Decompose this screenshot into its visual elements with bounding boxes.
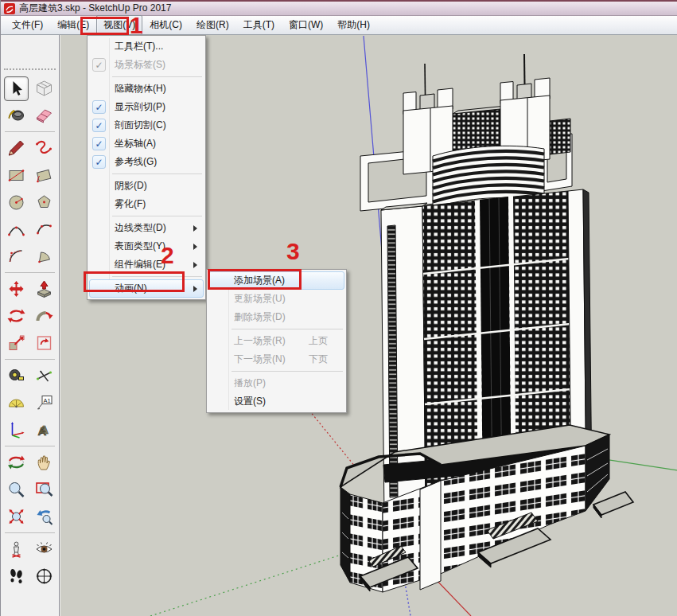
menu-item-guides[interactable]: ✓参考线(G) bbox=[89, 153, 204, 171]
toolbar-separator bbox=[5, 359, 55, 360]
make-component-icon bbox=[34, 79, 54, 98]
push-pull-tool-button[interactable] bbox=[32, 277, 56, 302]
menu-item-next-scene[interactable]: 下一场景(N)下页 bbox=[208, 350, 344, 368]
menu-item-section-planes[interactable]: ✓显示剖切(P) bbox=[89, 98, 204, 116]
menu-item-settings[interactable]: 设置(S) bbox=[208, 392, 344, 411]
menu-item-update-scene[interactable]: 更新场景(U) bbox=[208, 290, 344, 308]
dimension-tool-button[interactable] bbox=[32, 364, 56, 388]
menu-item-play[interactable]: 播放(P) bbox=[208, 374, 344, 392]
svg-text:A: A bbox=[37, 424, 46, 438]
pan-tool-button[interactable] bbox=[32, 450, 56, 475]
animation-submenu: 添加场景(A)更新场景(U)删除场景(D)上一场景(R)上页下一场景(N)下页播… bbox=[206, 269, 347, 413]
make-component-tool-button[interactable] bbox=[32, 76, 56, 101]
freehand-tool-button[interactable] bbox=[32, 136, 56, 161]
walk-tool-button[interactable] bbox=[4, 564, 29, 589]
menu-item-label: 表面类型(Y) bbox=[115, 240, 165, 251]
zoom-extents-tool-button[interactable] bbox=[4, 505, 29, 529]
paint-bucket-tool-button[interactable] bbox=[4, 103, 29, 128]
line-tool-button[interactable] bbox=[4, 136, 29, 161]
menu-item-shortcut: 下页 bbox=[309, 351, 328, 368]
menu-item-label: 删除场景(D) bbox=[234, 311, 286, 322]
text-tool-button[interactable]: A1 bbox=[32, 391, 56, 415]
eraser-tool-button[interactable] bbox=[32, 103, 56, 128]
pie-tool-button[interactable] bbox=[32, 244, 56, 269]
menubar-item-6[interactable]: 窗口(W) bbox=[282, 15, 330, 35]
rotated-rectangle-tool-button[interactable] bbox=[32, 163, 56, 188]
menu-item-label: 参考线(G) bbox=[115, 156, 157, 167]
menu-item-hidden-geometry[interactable]: 隐藏物体(H) bbox=[89, 80, 204, 98]
orbit-tool-button[interactable] bbox=[4, 450, 29, 475]
protractor-tool-button[interactable] bbox=[4, 391, 29, 415]
3d-text-tool-button[interactable]: AA bbox=[32, 418, 56, 443]
checkmark-icon: ✓ bbox=[92, 137, 106, 150]
circle-icon bbox=[6, 193, 26, 212]
submenu-arrow-icon bbox=[193, 286, 197, 292]
pie-icon bbox=[34, 247, 54, 266]
position-camera-tool-button[interactable] bbox=[4, 537, 29, 562]
pan-icon bbox=[34, 453, 54, 472]
menu-item-previous-scene[interactable]: 上一场景(R)上页 bbox=[208, 332, 344, 350]
zoom-icon bbox=[6, 480, 26, 499]
menubar-item-4[interactable]: 绘图(R) bbox=[189, 15, 236, 35]
menubar-item-0[interactable]: 文件(F) bbox=[5, 15, 50, 35]
circle-tool-button[interactable] bbox=[4, 190, 29, 215]
protractor-icon bbox=[6, 393, 26, 412]
menu-item-label: 设置(S) bbox=[234, 396, 266, 407]
toolbar-separator bbox=[5, 446, 55, 446]
look-around-tool-button[interactable] bbox=[32, 537, 56, 562]
zoom-tool-button[interactable] bbox=[4, 478, 29, 502]
zoom-window-icon bbox=[34, 480, 54, 499]
title-bar[interactable]: 高层建筑3.skp - SketchUp Pro 2017 bbox=[1, 0, 677, 16]
navigation-tool-button[interactable] bbox=[32, 564, 56, 589]
menu-separator bbox=[112, 216, 202, 216]
rectangle-tool-button[interactable] bbox=[4, 163, 29, 188]
scale-tool-button[interactable] bbox=[4, 331, 29, 356]
orbit-icon bbox=[6, 453, 26, 472]
menubar-item-5[interactable]: 工具(T) bbox=[236, 15, 282, 35]
eraser-icon bbox=[34, 106, 54, 125]
large-tool-set-toolbar: A1AA bbox=[1, 35, 60, 616]
rotate-tool-button[interactable] bbox=[4, 304, 29, 329]
menu-item-edge-style[interactable]: 边线类型(D) bbox=[89, 219, 204, 237]
arc-3point-tool-button[interactable] bbox=[32, 217, 56, 242]
follow-me-tool-button[interactable] bbox=[32, 304, 56, 329]
menu-item-face-style[interactable]: 表面类型(Y) bbox=[89, 237, 204, 255]
toolbar-grip-handle[interactable] bbox=[4, 68, 56, 72]
menu-item-axes[interactable]: ✓坐标轴(A) bbox=[89, 135, 204, 153]
menu-item-toolbars[interactable]: 工具栏(T)... bbox=[89, 37, 204, 56]
polygon-tool-button[interactable] bbox=[32, 190, 56, 215]
arc-2point-icon bbox=[6, 220, 26, 239]
menu-item-fog[interactable]: 雾化(F) bbox=[89, 195, 204, 213]
axes-icon bbox=[6, 420, 26, 439]
offset-tool-button[interactable] bbox=[32, 331, 56, 356]
menubar-item-7[interactable]: 帮助(H) bbox=[330, 15, 377, 35]
window-title: 高层建筑3.skp - SketchUp Pro 2017 bbox=[19, 2, 171, 15]
tape-measure-tool-button[interactable] bbox=[4, 364, 29, 388]
freehand-icon bbox=[34, 138, 54, 158]
zoom-window-tool-button[interactable] bbox=[32, 478, 56, 502]
menu-item-scene-tabs[interactable]: ✓场景标签(S) bbox=[89, 56, 204, 74]
move-tool-button[interactable] bbox=[4, 277, 29, 302]
menu-item-label: 下一场景(N) bbox=[234, 353, 286, 365]
look-around-icon bbox=[34, 540, 54, 559]
arc-tool-button[interactable] bbox=[4, 244, 29, 269]
menubar-item-3[interactable]: 相机(C) bbox=[142, 15, 189, 35]
menu-item-shadows[interactable]: 阴影(D) bbox=[89, 177, 204, 195]
annotation-number-2: 2 bbox=[161, 244, 174, 267]
arc-2point-tool-button[interactable] bbox=[4, 217, 29, 242]
menu-item-label: 雾化(F) bbox=[115, 198, 146, 209]
axes-tool-button[interactable] bbox=[4, 418, 29, 443]
rotated-rectangle-icon bbox=[34, 166, 54, 185]
menu-item-label: 组件编辑(E) bbox=[115, 259, 165, 270]
svg-text:A1: A1 bbox=[43, 397, 50, 404]
menu-item-label: 显示剖切(P) bbox=[115, 101, 165, 112]
walk-icon bbox=[6, 567, 26, 586]
menu-item-delete-scene[interactable]: 删除场景(D) bbox=[208, 308, 344, 326]
annotation-box-step2 bbox=[84, 271, 185, 292]
select-tool-button[interactable] bbox=[4, 76, 29, 101]
menu-item-section-cuts[interactable]: ✓剖面切割(C) bbox=[89, 116, 204, 135]
menu-item-label: 剖面切割(C) bbox=[115, 119, 166, 131]
rectangle-icon bbox=[6, 166, 26, 185]
previous-tool-button[interactable] bbox=[32, 505, 56, 529]
checkmark-icon: ✓ bbox=[92, 100, 106, 114]
